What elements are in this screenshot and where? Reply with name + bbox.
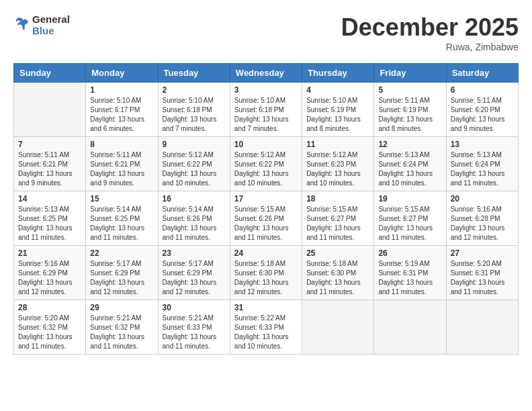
calendar-cell: 3Sunrise: 5:10 AM Sunset: 6:18 PM Daylig… (230, 83, 302, 137)
calendar-cell (374, 300, 446, 355)
day-info: Sunrise: 5:13 AM Sunset: 6:24 PM Dayligh… (378, 150, 441, 188)
day-info: Sunrise: 5:21 AM Sunset: 6:32 PM Dayligh… (90, 314, 153, 351)
day-number: 13 (451, 140, 514, 149)
page-header: General Blue December 2025 Ruwa, Zimbabw… (13, 13, 519, 52)
day-number: 17 (234, 194, 298, 203)
day-info: Sunrise: 5:18 AM Sunset: 6:30 PM Dayligh… (306, 259, 369, 297)
calendar-cell: 21Sunrise: 5:16 AM Sunset: 6:29 PM Dayli… (14, 246, 86, 300)
weekday-header: Tuesday (158, 64, 230, 83)
title-block: December 2025 Ruwa, Zimbabwe (341, 13, 519, 52)
calendar-cell: 10Sunrise: 5:12 AM Sunset: 6:22 PM Dayli… (230, 137, 302, 191)
day-info: Sunrise: 5:12 AM Sunset: 6:23 PM Dayligh… (306, 150, 369, 188)
calendar-cell: 29Sunrise: 5:21 AM Sunset: 6:32 PM Dayli… (86, 300, 158, 355)
calendar-week-row: 21Sunrise: 5:16 AM Sunset: 6:29 PM Dayli… (14, 246, 519, 300)
calendar-cell: 4Sunrise: 5:10 AM Sunset: 6:19 PM Daylig… (302, 83, 374, 137)
day-info: Sunrise: 5:22 AM Sunset: 6:33 PM Dayligh… (234, 314, 298, 351)
day-info: Sunrise: 5:10 AM Sunset: 6:17 PM Dayligh… (90, 96, 153, 134)
calendar-cell: 31Sunrise: 5:22 AM Sunset: 6:33 PM Dayli… (230, 300, 302, 355)
day-info: Sunrise: 5:13 AM Sunset: 6:25 PM Dayligh… (18, 205, 81, 242)
day-number: 19 (378, 194, 441, 203)
day-number: 9 (163, 140, 226, 149)
calendar-cell (446, 300, 518, 355)
day-info: Sunrise: 5:17 AM Sunset: 6:29 PM Dayligh… (163, 259, 226, 297)
calendar-cell: 1Sunrise: 5:10 AM Sunset: 6:17 PM Daylig… (86, 83, 158, 137)
calendar-cell: 12Sunrise: 5:13 AM Sunset: 6:24 PM Dayli… (374, 137, 446, 191)
day-info: Sunrise: 5:11 AM Sunset: 6:19 PM Dayligh… (378, 96, 441, 134)
calendar-cell: 2Sunrise: 5:10 AM Sunset: 6:18 PM Daylig… (158, 83, 230, 137)
day-number: 2 (163, 85, 226, 95)
day-number: 14 (18, 194, 81, 203)
month-title: December 2025 (341, 13, 519, 42)
day-number: 28 (18, 303, 81, 312)
day-info: Sunrise: 5:14 AM Sunset: 6:25 PM Dayligh… (90, 205, 153, 242)
day-info: Sunrise: 5:17 AM Sunset: 6:29 PM Dayligh… (90, 259, 153, 297)
day-number: 23 (163, 248, 226, 258)
calendar-cell: 16Sunrise: 5:14 AM Sunset: 6:26 PM Dayli… (158, 191, 230, 246)
logo-bird-icon (13, 15, 30, 32)
day-info: Sunrise: 5:10 AM Sunset: 6:18 PM Dayligh… (163, 96, 226, 134)
day-number: 6 (451, 85, 514, 95)
calendar-week-row: 7Sunrise: 5:11 AM Sunset: 6:21 PM Daylig… (14, 137, 519, 191)
day-info: Sunrise: 5:12 AM Sunset: 6:22 PM Dayligh… (163, 150, 226, 188)
weekday-header: Monday (86, 64, 158, 83)
day-info: Sunrise: 5:13 AM Sunset: 6:24 PM Dayligh… (451, 150, 514, 188)
calendar-cell: 11Sunrise: 5:12 AM Sunset: 6:23 PM Dayli… (302, 137, 374, 191)
day-info: Sunrise: 5:15 AM Sunset: 6:26 PM Dayligh… (234, 205, 298, 242)
calendar-cell: 28Sunrise: 5:20 AM Sunset: 6:32 PM Dayli… (14, 300, 86, 355)
logo-text: General Blue (32, 13, 70, 36)
day-info: Sunrise: 5:11 AM Sunset: 6:21 PM Dayligh… (18, 150, 81, 188)
calendar-week-row: 28Sunrise: 5:20 AM Sunset: 6:32 PM Dayli… (14, 300, 519, 355)
logo: General Blue (13, 13, 70, 36)
day-info: Sunrise: 5:12 AM Sunset: 6:22 PM Dayligh… (234, 150, 298, 188)
day-number: 3 (234, 85, 298, 95)
location: Ruwa, Zimbabwe (341, 42, 519, 52)
day-info: Sunrise: 5:16 AM Sunset: 6:29 PM Dayligh… (18, 259, 81, 297)
day-number: 5 (378, 85, 441, 95)
calendar-cell: 25Sunrise: 5:18 AM Sunset: 6:30 PM Dayli… (302, 246, 374, 300)
day-number: 11 (306, 140, 369, 149)
day-number: 22 (90, 248, 153, 258)
day-number: 24 (234, 248, 298, 258)
calendar-cell: 30Sunrise: 5:21 AM Sunset: 6:33 PM Dayli… (158, 300, 230, 355)
day-number: 4 (306, 85, 369, 95)
calendar-cell: 20Sunrise: 5:16 AM Sunset: 6:28 PM Dayli… (446, 191, 518, 246)
day-number: 21 (18, 248, 81, 258)
calendar-cell: 27Sunrise: 5:20 AM Sunset: 6:31 PM Dayli… (446, 246, 518, 300)
day-info: Sunrise: 5:15 AM Sunset: 6:27 PM Dayligh… (306, 205, 369, 242)
calendar-table: SundayMondayTuesdayWednesdayThursdayFrid… (13, 63, 519, 355)
calendar-week-row: 1Sunrise: 5:10 AM Sunset: 6:17 PM Daylig… (14, 83, 519, 137)
day-number: 25 (306, 248, 369, 258)
day-info: Sunrise: 5:10 AM Sunset: 6:19 PM Dayligh… (306, 96, 369, 134)
calendar-cell (14, 83, 86, 137)
weekday-header: Friday (374, 64, 446, 83)
calendar-cell: 6Sunrise: 5:11 AM Sunset: 6:20 PM Daylig… (446, 83, 518, 137)
weekday-header: Saturday (446, 64, 518, 83)
calendar-cell: 19Sunrise: 5:15 AM Sunset: 6:27 PM Dayli… (374, 191, 446, 246)
calendar-cell: 13Sunrise: 5:13 AM Sunset: 6:24 PM Dayli… (446, 137, 518, 191)
day-number: 31 (234, 303, 298, 312)
day-info: Sunrise: 5:20 AM Sunset: 6:31 PM Dayligh… (451, 259, 514, 297)
day-number: 7 (18, 140, 81, 149)
weekday-header: Thursday (302, 64, 374, 83)
day-number: 26 (378, 248, 441, 258)
day-info: Sunrise: 5:21 AM Sunset: 6:33 PM Dayligh… (163, 314, 226, 351)
day-number: 18 (306, 194, 369, 203)
day-number: 27 (451, 248, 514, 258)
calendar-cell: 23Sunrise: 5:17 AM Sunset: 6:29 PM Dayli… (158, 246, 230, 300)
calendar-cell: 22Sunrise: 5:17 AM Sunset: 6:29 PM Dayli… (86, 246, 158, 300)
day-number: 10 (234, 140, 298, 149)
day-info: Sunrise: 5:19 AM Sunset: 6:31 PM Dayligh… (378, 259, 441, 297)
calendar-cell: 24Sunrise: 5:18 AM Sunset: 6:30 PM Dayli… (230, 246, 302, 300)
day-info: Sunrise: 5:16 AM Sunset: 6:28 PM Dayligh… (451, 205, 514, 242)
calendar-cell: 7Sunrise: 5:11 AM Sunset: 6:21 PM Daylig… (14, 137, 86, 191)
day-number: 8 (90, 140, 153, 149)
calendar-cell: 8Sunrise: 5:11 AM Sunset: 6:21 PM Daylig… (86, 137, 158, 191)
calendar-cell: 17Sunrise: 5:15 AM Sunset: 6:26 PM Dayli… (230, 191, 302, 246)
day-number: 30 (163, 303, 226, 312)
day-info: Sunrise: 5:11 AM Sunset: 6:21 PM Dayligh… (90, 150, 153, 188)
calendar-cell: 14Sunrise: 5:13 AM Sunset: 6:25 PM Dayli… (14, 191, 86, 246)
day-number: 12 (378, 140, 441, 149)
weekday-header: Wednesday (230, 64, 302, 83)
calendar-header-row: SundayMondayTuesdayWednesdayThursdayFrid… (14, 64, 519, 83)
calendar-cell: 9Sunrise: 5:12 AM Sunset: 6:22 PM Daylig… (158, 137, 230, 191)
